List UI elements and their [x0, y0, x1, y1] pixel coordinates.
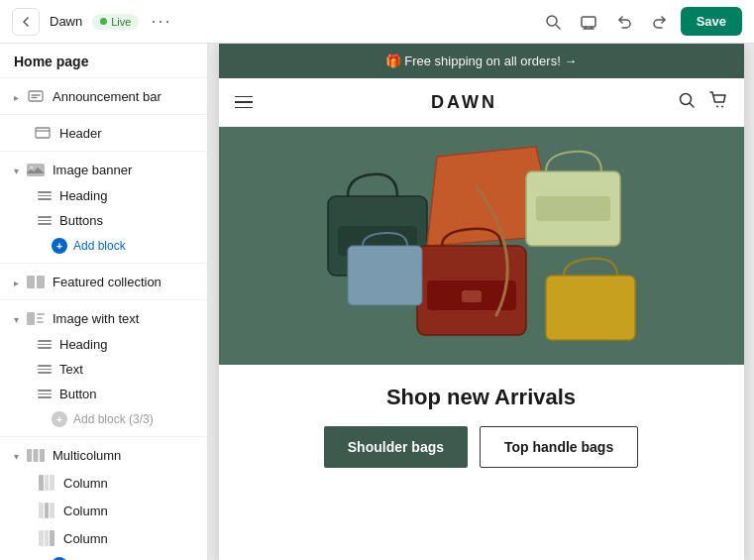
page-title: Home page — [0, 44, 207, 78]
store-preview: 🎁 Free shipping on all orders! → DAWN — [219, 44, 744, 560]
col2-label: Column — [63, 504, 193, 518]
sidebar-item-image-banner[interactable]: Image banner — [0, 156, 207, 183]
add-column-button[interactable]: + Add Column — [0, 552, 207, 560]
nav-search-icon[interactable] — [677, 90, 697, 114]
svg-rect-1 — [582, 17, 595, 27]
sidebar-item-heading[interactable]: Heading — [0, 183, 207, 208]
store-content: Shop new Arrivals Shoulder bags Top hand… — [219, 365, 744, 488]
button-label: Button — [59, 387, 193, 401]
redo-icon[interactable] — [649, 11, 671, 33]
nav-cart-icon[interactable] — [708, 90, 728, 114]
buttons-label: Buttons — [59, 213, 193, 228]
svg-rect-21 — [39, 530, 44, 546]
svg-rect-37 — [536, 196, 610, 221]
section-multicolumn: Multicolumn Column Column — [0, 437, 207, 560]
hamburger-menu[interactable] — [235, 96, 253, 109]
sidebar-item-announcement[interactable]: Announcement bar — [0, 82, 207, 110]
sidebar-item-heading2[interactable]: Heading — [0, 332, 207, 357]
chevron-down-image-banner — [14, 163, 19, 177]
sidebar-item-multicolumn[interactable]: Multicolumn — [0, 441, 207, 469]
hamburger-line-3 — [235, 107, 253, 109]
featured-collection-label: Featured collection — [53, 275, 193, 289]
svg-rect-11 — [37, 321, 44, 323]
nav-icons — [677, 90, 728, 114]
svg-rect-42 — [348, 246, 422, 305]
multicolumn-label: Multicolumn — [53, 448, 193, 463]
section-image-banner: Image banner Heading Buttons + Add block — [0, 152, 207, 264]
add-block-button[interactable]: + Add block — [0, 233, 207, 259]
live-dot — [100, 18, 107, 25]
store-buttons: Shoulder bags Top handle bags — [235, 426, 728, 468]
preview-area: 🎁 Free shipping on all orders! → DAWN — [208, 44, 754, 560]
svg-rect-12 — [27, 449, 32, 462]
svg-rect-18 — [39, 503, 44, 518]
add-block-3-button[interactable]: + Add block (3/3) — [0, 406, 207, 432]
svg-rect-17 — [50, 475, 54, 491]
svg-rect-15 — [39, 475, 44, 491]
col3-icon — [38, 529, 55, 547]
heading2-label: Heading — [59, 337, 193, 352]
topbar-icons — [542, 11, 671, 33]
back-button[interactable] — [12, 8, 40, 36]
multicolumn-icon — [27, 446, 45, 464]
sidebar-item-col3[interactable]: Column — [0, 524, 207, 552]
svg-point-24 — [680, 94, 691, 105]
sidebar-item-image-with-text[interactable]: Image with text — [0, 304, 207, 332]
svg-rect-9 — [37, 313, 45, 315]
live-badge: Live — [92, 14, 139, 30]
svg-point-0 — [547, 16, 557, 26]
lines-icon-heading2 — [38, 340, 52, 349]
sidebar-item-button[interactable]: Button — [0, 382, 207, 406]
sidebar-item-text[interactable]: Text — [0, 357, 207, 382]
topbar: Dawn Live ··· Save — [0, 0, 754, 44]
svg-rect-7 — [37, 276, 45, 288]
svg-rect-8 — [27, 312, 35, 325]
store-nav: DAWN — [219, 78, 744, 127]
svg-rect-13 — [34, 449, 39, 462]
section-featured-collection: Featured collection — [0, 264, 207, 300]
col2-icon — [38, 502, 55, 519]
lines-icon-heading — [38, 191, 52, 200]
live-label: Live — [111, 16, 131, 28]
sidebar-item-featured-collection[interactable]: Featured collection — [0, 268, 207, 295]
hero-svg — [219, 127, 744, 365]
top-handle-bags-button[interactable]: Top handle bags — [480, 426, 638, 468]
more-menu-button[interactable]: ··· — [151, 11, 171, 32]
heading-label: Heading — [59, 188, 193, 203]
svg-rect-2 — [29, 91, 43, 101]
sidebar-item-buttons[interactable]: Buttons — [0, 208, 207, 233]
svg-rect-3 — [36, 128, 50, 138]
search-icon[interactable] — [542, 11, 564, 33]
svg-rect-14 — [40, 449, 45, 462]
svg-rect-20 — [50, 503, 54, 518]
sidebar-item-header[interactable]: Header — [0, 119, 207, 147]
section-header: Header — [0, 115, 207, 152]
svg-rect-10 — [37, 317, 43, 319]
svg-point-5 — [31, 166, 34, 168]
announcement-text: 🎁 Free shipping on all orders! → — [385, 54, 578, 68]
store-title: Shop new Arrivals — [235, 385, 728, 410]
svg-rect-22 — [45, 530, 49, 546]
shoulder-bags-button[interactable]: Shoulder bags — [324, 426, 468, 468]
section-image-with-text: Image with text Heading Text Button + Ad… — [0, 300, 207, 437]
add-block-label: Add block — [73, 239, 126, 253]
svg-rect-23 — [50, 530, 54, 546]
sidebar-item-col2[interactable]: Column — [0, 497, 207, 524]
sidebar-item-col1[interactable]: Column — [0, 469, 207, 497]
image-banner-label: Image banner — [53, 163, 193, 177]
theme-name: Dawn — [50, 14, 82, 29]
save-button[interactable]: Save — [681, 7, 742, 36]
hamburger-line-1 — [235, 96, 253, 98]
col1-icon — [38, 474, 55, 492]
svg-rect-6 — [27, 276, 35, 288]
svg-rect-44 — [546, 276, 635, 340]
image-text-icon — [27, 309, 45, 327]
chevron-right-announcement — [14, 89, 19, 104]
featured-collection-icon — [27, 273, 45, 290]
hamburger-line-2 — [235, 101, 253, 103]
device-icon[interactable] — [578, 11, 599, 33]
chevron-right-featured — [14, 275, 19, 289]
main-layout: Home page Announcement bar Header — [0, 44, 754, 560]
image-banner-icon — [27, 161, 45, 178]
undo-icon[interactable] — [613, 11, 635, 33]
